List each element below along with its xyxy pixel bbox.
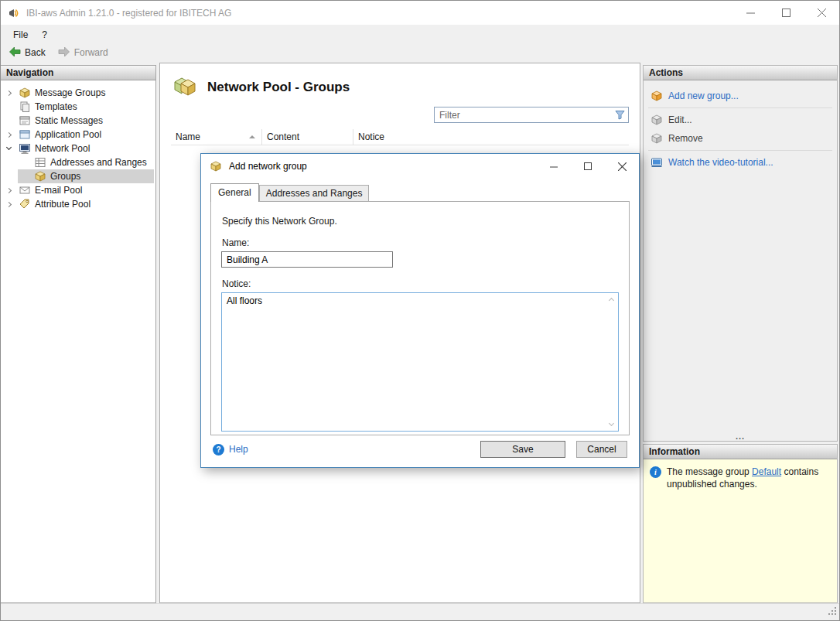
info-text-prefix: The message group xyxy=(667,466,750,477)
resize-grip-icon[interactable] xyxy=(827,606,838,619)
navigation-header: Navigation xyxy=(1,66,155,80)
column-header-content[interactable]: Content xyxy=(262,129,353,145)
actions-separator xyxy=(648,150,832,151)
action-add-new-group[interactable]: Add new group... xyxy=(644,87,837,105)
status-bar xyxy=(1,603,839,620)
actions-header: Actions xyxy=(644,66,837,80)
forward-arrow-icon xyxy=(58,46,70,60)
tree-item-label: Application Pool xyxy=(35,129,101,140)
tree-item-label: Groups xyxy=(50,171,80,182)
templates-icon xyxy=(19,101,31,113)
help-icon: ? xyxy=(213,444,224,456)
help-link[interactable]: ? Help xyxy=(213,444,248,456)
actions-panel: Actions Add new group... Edit... Remove xyxy=(643,65,838,442)
page-title: Network Pool - Groups xyxy=(207,80,350,95)
name-input[interactable] xyxy=(221,251,393,268)
action-watch-video-tutorial[interactable]: Watch the video-tutorial... xyxy=(644,153,837,172)
action-edit[interactable]: Edit... xyxy=(644,111,837,129)
expand-chevron-icon[interactable] xyxy=(5,187,11,193)
app-window: IBI-aws Admin 1.21.0 - registered for IB… xyxy=(0,0,840,621)
action-label: Remove xyxy=(668,133,703,144)
groups-icon xyxy=(34,170,46,183)
tree-item-label: Addresses and Ranges xyxy=(50,157,147,168)
information-panel: Information i The message group Default … xyxy=(643,444,838,603)
message-groups-icon xyxy=(19,87,31,99)
tab-general[interactable]: General xyxy=(210,183,259,202)
expand-chevron-icon[interactable] xyxy=(5,131,11,137)
addresses-and-ranges-icon xyxy=(34,156,46,169)
filter-icon[interactable] xyxy=(611,107,628,122)
tree-item-addresses-and-ranges[interactable]: Addresses and Ranges xyxy=(1,155,155,169)
tree-item-templates[interactable]: Templates xyxy=(1,100,155,114)
actions-separator xyxy=(648,107,832,108)
tab-addresses-and-ranges[interactable]: Addresses and Ranges xyxy=(259,185,370,201)
menu-help[interactable]: ? xyxy=(35,26,54,43)
information-header: Information xyxy=(644,445,837,459)
tree-item-label: Static Messages xyxy=(35,115,103,126)
column-header-name[interactable]: Name xyxy=(171,129,262,145)
tree-item-label: Templates xyxy=(35,101,77,112)
forward-label: Forward xyxy=(74,47,108,58)
attribute-pool-icon xyxy=(19,198,31,210)
tree-item-attribute-pool[interactable]: Attribute Pool xyxy=(1,197,155,211)
name-label: Name: xyxy=(222,237,618,248)
tree-item-label: Network Pool xyxy=(35,143,90,154)
dialog-maximize-button[interactable] xyxy=(571,154,605,179)
tree-item-message-groups[interactable]: Message Groups xyxy=(1,86,155,100)
actions-body: Add new group... Edit... Remove xyxy=(644,80,837,441)
back-label: Back xyxy=(25,47,46,58)
collapse-chevron-icon[interactable] xyxy=(5,145,11,150)
app-icon xyxy=(8,7,20,19)
navigation-panel: Navigation Message Groups Templates xyxy=(1,65,156,603)
dialog-title-bar: Add network group xyxy=(201,154,639,179)
tree-item-groups[interactable]: Groups xyxy=(1,169,155,183)
tree-item-label: Message Groups xyxy=(35,87,105,98)
notice-field: All floors xyxy=(221,292,619,432)
action-label: Edit... xyxy=(668,114,692,125)
filter-box xyxy=(434,107,629,123)
tree-item-label: E-mail Pool xyxy=(35,185,82,196)
tree-item-static-messages[interactable]: Static Messages xyxy=(1,114,155,128)
maximize-button[interactable] xyxy=(768,1,804,25)
action-label: Add new group... xyxy=(668,90,739,101)
table-header: Name Content Notice xyxy=(171,129,629,145)
dialog-minimize-button[interactable] xyxy=(537,154,571,179)
title-bar: IBI-aws Admin 1.21.0 - registered for IB… xyxy=(1,1,839,25)
close-button[interactable] xyxy=(804,1,839,25)
column-header-notice[interactable]: Notice xyxy=(353,129,629,145)
info-icon: i xyxy=(650,466,661,478)
dialog-footer: ? Help Save Cancel xyxy=(201,432,639,467)
tree-item-network-pool[interactable]: Network Pool xyxy=(1,142,155,155)
filter-row xyxy=(160,107,640,123)
save-button[interactable]: Save xyxy=(480,441,565,458)
dialog-description: Specify this Network Group. xyxy=(222,216,618,227)
default-group-link[interactable]: Default xyxy=(752,466,781,477)
filter-input[interactable] xyxy=(435,108,611,122)
forward-button[interactable]: Forward xyxy=(54,46,112,60)
add-group-icon xyxy=(650,90,663,102)
actions-overflow[interactable]: ... xyxy=(644,432,837,440)
email-pool-icon xyxy=(19,184,31,196)
menu-bar: File ? xyxy=(1,25,839,44)
cancel-button[interactable]: Cancel xyxy=(576,441,627,458)
navigation-tree: Message Groups Templates Static Messages xyxy=(1,80,155,211)
dialog-tabs: General Addresses and Ranges xyxy=(210,183,639,201)
menu-file[interactable]: File xyxy=(6,26,35,43)
tree-item-application-pool[interactable]: Application Pool xyxy=(1,128,155,142)
back-button[interactable]: Back xyxy=(5,46,50,60)
expand-chevron-icon[interactable] xyxy=(5,90,11,95)
action-remove[interactable]: Remove xyxy=(644,129,837,148)
network-pool-icon xyxy=(19,142,31,155)
tree-item-email-pool[interactable]: E-mail Pool xyxy=(1,183,155,197)
minimize-button[interactable] xyxy=(732,1,768,25)
column-label: Name xyxy=(176,131,200,142)
dialog-title: Add network group xyxy=(229,161,537,172)
dialog-close-button[interactable] xyxy=(605,154,639,179)
remove-icon xyxy=(650,132,663,145)
expand-chevron-icon[interactable] xyxy=(5,201,11,206)
notice-textarea[interactable]: All floors xyxy=(221,292,619,432)
sort-ascending-icon xyxy=(249,135,255,138)
window-controls xyxy=(732,1,839,25)
information-message: The message group Default contains unpub… xyxy=(667,466,821,490)
video-tutorial-icon xyxy=(650,156,663,169)
